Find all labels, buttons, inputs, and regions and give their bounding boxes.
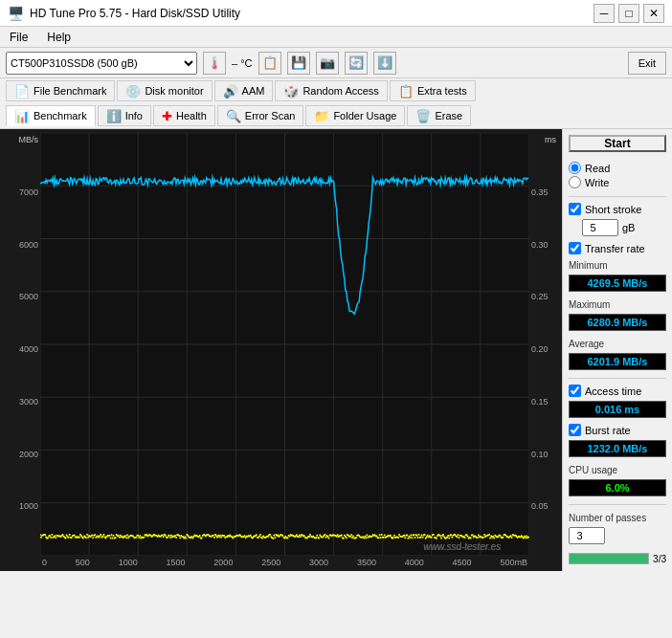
x-2500: 2500 [261,558,280,567]
x-1000: 1000 [119,558,138,567]
transfer-rate-checkbox-label[interactable]: Transfer rate [569,242,666,254]
toolbar: CT500P310SSD8 (500 gB) 🌡️ – °C 📋 💾 📷 🔄 ⬇… [0,48,672,78]
menu-bar: File Help [0,27,672,48]
average-label: Average [569,339,666,349]
burst-rate-label: Burst rate [585,425,631,436]
y-right-020: 0.20 [531,344,556,354]
tab-aam-label: AAM [242,85,265,97]
error-scan-icon: 🔍 [226,109,241,123]
file-benchmark-icon: 📄 [14,84,30,99]
thermometer-icon: 🌡️ [203,52,226,75]
read-label: Read [585,163,610,174]
tabs-row2: 📊 Benchmark ℹ️ Info ✚ Health 🔍 Error Sca… [4,103,668,128]
y-left-5000: 5000 [6,292,38,301]
menu-help[interactable]: Help [43,30,75,45]
tab-disk-monitor[interactable]: 💿 Disk monitor [117,80,212,101]
access-time-checkbox-label[interactable]: Access time [569,385,666,397]
exit-button[interactable]: Exit [628,52,666,75]
tab-disk-monitor-label: Disk monitor [145,85,203,97]
access-time-value: 0.016 ms [569,401,666,418]
temp-display: – °C [232,57,253,69]
x-2000: 2000 [213,558,233,567]
y-right-label: ms [531,135,556,144]
main-content: MB/s 7000 6000 5000 4000 3000 2000 1000 … [0,129,672,571]
tab-extra-tests[interactable]: 📋 Extra tests [390,80,476,101]
info-icon[interactable]: 📋 [258,52,281,75]
right-panel: Start Read Write Short stroke gB Transfe… [562,129,672,571]
x-0: 0 [42,558,47,567]
refresh-icon[interactable]: 🔄 [345,52,368,75]
tab-folder-usage[interactable]: 📁 Folder Usage [305,105,405,126]
tab-random-access[interactable]: 🎲 Random Access [275,80,387,101]
close-button[interactable]: ✕ [643,4,664,23]
progress-bar-fill [570,554,648,563]
y-left-label: MB/s [6,135,38,144]
short-stroke-input[interactable] [582,219,618,236]
camera-icon[interactable]: 📷 [316,52,339,75]
maximum-label: Maximum [569,299,666,310]
minimize-button[interactable]: ─ [594,4,615,23]
passes-row [569,527,666,544]
average-value: 6201.9 MB/s [569,353,666,370]
tab-info[interactable]: ℹ️ Info [98,105,151,126]
short-stroke-checkbox-label[interactable]: Short stroke [569,203,666,215]
minimum-value: 4269.5 MB/s [569,275,666,292]
burst-rate-checkbox[interactable] [569,424,581,436]
tab-benchmark[interactable]: 📊 Benchmark [6,105,96,126]
progress-label: 3/3 [653,554,666,564]
read-radio[interactable] [569,162,581,174]
x-4000: 4000 [405,558,424,567]
tab-file-benchmark[interactable]: 📄 File Benchmark [6,80,115,101]
start-button[interactable]: Start [569,135,666,152]
disk-icon[interactable]: 💾 [287,52,310,75]
maximum-value: 6280.9 MB/s [569,314,666,331]
access-time-checkbox[interactable] [569,385,581,397]
tab-random-access-label: Random Access [302,85,378,97]
y-right-010: 0.10 [531,450,556,459]
tab-erase[interactable]: 🗑️ Erase [407,105,471,126]
transfer-rate-label: Transfer rate [585,243,645,254]
app-icon: 🖥️ [8,6,24,21]
tab-error-scan[interactable]: 🔍 Error Scan [217,105,304,126]
watermark: www.ssd-tester.es [423,541,501,552]
title-bar: 🖥️ HD Tune Pro 5.75 - Hard Disk/SSD Util… [0,0,672,27]
read-radio-label[interactable]: Read [569,162,666,174]
tab-health[interactable]: ✚ Health [153,105,215,126]
maximize-button[interactable]: □ [618,4,639,23]
write-radio[interactable] [569,176,581,188]
transfer-rate-checkbox[interactable] [569,242,581,254]
burst-rate-checkbox-label[interactable]: Burst rate [569,424,666,436]
access-time-label: Access time [585,385,641,397]
minimum-label: Minimum [569,260,666,271]
tab-erase-label: Erase [435,110,462,121]
tab-info-label: Info [125,110,143,121]
x-500mb: 500mB [500,558,527,567]
cpu-usage-label: CPU usage [569,465,666,475]
tabs-container: 📄 File Benchmark 💿 Disk monitor 🔊 AAM 🎲 … [0,78,672,129]
tab-folder-usage-label: Folder Usage [333,110,396,121]
tab-aam[interactable]: 🔊 AAM [214,80,274,101]
x-3500: 3500 [357,558,376,567]
y-right-030: 0.30 [531,240,556,250]
passes-label: Number of passes [569,513,666,523]
y-left-7000: 7000 [6,187,38,197]
tab-extra-tests-label: Extra tests [417,85,467,97]
x-1500: 1500 [167,558,186,567]
passes-input[interactable] [569,527,605,544]
y-right-025: 0.25 [531,292,556,301]
download-icon[interactable]: ⬇️ [373,52,396,75]
y-left-2000: 2000 [6,450,38,459]
tab-error-scan-label: Error Scan [245,110,296,121]
y-right-035: 0.35 [531,187,556,197]
menu-file[interactable]: File [6,30,32,45]
short-stroke-checkbox[interactable] [569,203,581,215]
disk-selector[interactable]: CT500P310SSD8 (500 gB) [6,52,197,75]
tab-health-label: Health [176,110,207,121]
erase-icon: 🗑️ [415,109,431,123]
progress-bar [569,553,649,564]
short-stroke-label: Short stroke [585,204,641,215]
cpu-usage-value: 6.0% [569,479,666,496]
y-left-6000: 6000 [6,240,38,250]
burst-rate-value: 1232.0 MB/s [569,440,666,457]
write-radio-label[interactable]: Write [569,176,666,188]
